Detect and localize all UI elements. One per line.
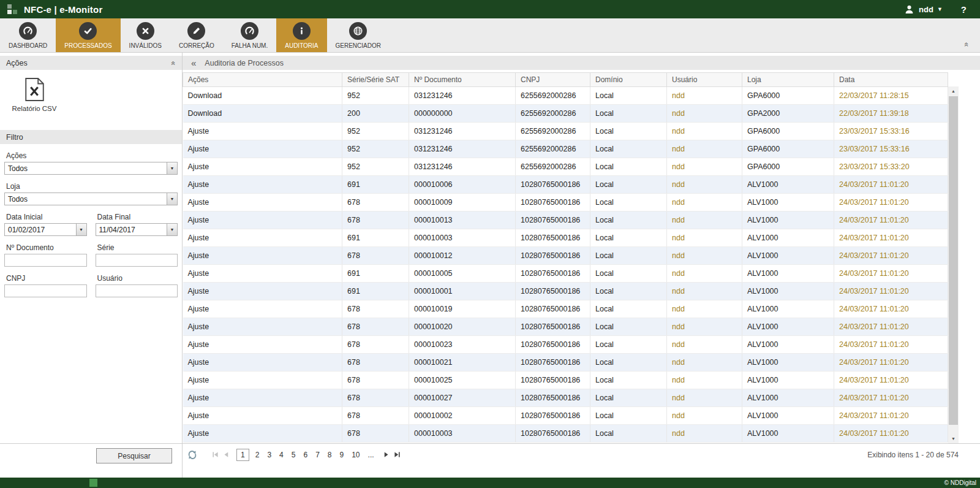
collapse-actions-icon[interactable]: «: [170, 61, 178, 65]
loja-select[interactable]: Todos ▼: [4, 193, 178, 205]
cell-dominio: Local: [590, 407, 667, 425]
collapse-ribbon-icon[interactable]: «: [963, 42, 971, 47]
cell-dominio: Local: [590, 140, 667, 158]
column-header-documento[interactable]: Nº Documento: [409, 73, 516, 87]
nav-item-label: INVÁLIDOS: [129, 42, 162, 49]
data-final-picker[interactable]: 11/04/2017 ▼: [96, 223, 178, 236]
loja-select-value: Todos: [5, 193, 167, 205]
column-header-data[interactable]: Data: [834, 73, 948, 87]
prev-page-icon[interactable]: [222, 451, 230, 459]
num-documento-input[interactable]: [4, 254, 87, 267]
cell-acoes: Ajuste: [183, 318, 342, 336]
table-row[interactable]: Ajuste67800001000910280765000186Localndd…: [183, 194, 948, 212]
page-number-1[interactable]: 1: [236, 449, 249, 461]
user-icon: [904, 4, 919, 15]
page-number-3[interactable]: 3: [265, 450, 273, 460]
report-csv-button[interactable]: Relatório CSV: [0, 70, 59, 116]
cnpj-input[interactable]: [4, 284, 87, 297]
column-header-acoes[interactable]: Ações: [183, 73, 342, 87]
next-page-icon[interactable]: [382, 451, 391, 459]
user-menu[interactable]: ndd: [919, 5, 933, 14]
page-number-9[interactable]: 9: [338, 450, 346, 460]
cell-cnpj: 10280765000186: [516, 318, 590, 336]
cell-data: 24/03/2017 11:01:20: [834, 212, 948, 229]
table-row[interactable]: Ajuste69100001000310280765000186Localndd…: [183, 229, 948, 247]
usuario-input[interactable]: [96, 284, 178, 297]
search-button[interactable]: Pesquisar: [96, 448, 172, 463]
cell-data: 24/03/2017 11:01:20: [834, 354, 948, 372]
cell-dominio: Local: [590, 194, 667, 212]
vertical-scrollbar[interactable]: ▲ ▼: [948, 86, 959, 443]
table-row[interactable]: Ajuste67800001002110280765000186Localndd…: [183, 354, 948, 372]
main-nav: DASHBOARDPROCESSADOSINVÁLIDOSCORREÇÃOFAL…: [0, 18, 980, 53]
cell-acoes: Ajuste: [183, 389, 342, 407]
table-wrap: AçõesSérie/Série SATNº DocumentoCNPJDomí…: [183, 72, 948, 443]
back-chevron-icon[interactable]: «: [191, 58, 196, 67]
acoes-filter-label: Ações: [6, 151, 176, 160]
column-header-serie[interactable]: Série/Série SAT: [342, 73, 409, 87]
serie-input[interactable]: [96, 254, 178, 267]
page-number-4[interactable]: 4: [277, 450, 285, 460]
nav-item-correcao[interactable]: CORREÇÃO: [170, 18, 223, 52]
cell-loja: GPA6000: [742, 123, 834, 140]
cell-documento: 000010023: [409, 336, 516, 354]
page-number-7[interactable]: 7: [314, 450, 322, 460]
help-button[interactable]: ?: [961, 4, 967, 15]
table-row[interactable]: Ajuste9520312312466255692000286LocalnddG…: [183, 123, 948, 140]
cell-documento: 000010021: [409, 354, 516, 372]
cell-dominio: Local: [590, 318, 667, 336]
table-row[interactable]: Download9520312312466255692000286Localnd…: [183, 87, 948, 105]
nav-item-auditoria[interactable]: AUDITORIA: [276, 18, 326, 52]
cell-cnpj: 10280765000186: [516, 354, 590, 372]
table-row[interactable]: Ajuste67800001002510280765000186Localndd…: [183, 372, 948, 389]
table-row[interactable]: Ajuste67800001000210280765000186Localndd…: [183, 407, 948, 425]
cell-cnpj: 10280765000186: [516, 336, 590, 354]
page-number-6[interactable]: 6: [301, 450, 309, 460]
cell-usuario: ndd: [667, 229, 742, 247]
cell-documento: 000010025: [409, 372, 516, 389]
sidebar: Ações « Relatório CSV Filtro Ações: [0, 53, 183, 478]
column-header-cnpj[interactable]: CNPJ: [516, 73, 590, 87]
scrollbar-thumb[interactable]: [949, 96, 958, 425]
cell-data: 23/03/2017 15:33:20: [834, 158, 948, 176]
table-row[interactable]: Ajuste67800001002710280765000186Localndd…: [183, 389, 948, 407]
acoes-select[interactable]: Todos ▼: [4, 162, 178, 175]
nav-item-falha-num[interactable]: FALHA NUM.: [223, 18, 276, 52]
scroll-down-icon[interactable]: ▼: [948, 434, 959, 443]
table-row[interactable]: Ajuste67800001002010280765000186Localndd…: [183, 318, 948, 336]
cell-serie: 952: [342, 123, 409, 140]
column-header-usuario[interactable]: Usuário: [667, 73, 742, 87]
cell-acoes: Ajuste: [183, 140, 342, 158]
table-row[interactable]: Ajuste67800001001310280765000186Localndd…: [183, 212, 948, 229]
nav-item-invalidos[interactable]: INVÁLIDOS: [121, 18, 170, 52]
first-page-icon[interactable]: [211, 451, 219, 459]
column-header-loja[interactable]: Loja: [742, 73, 834, 87]
table-row[interactable]: Ajuste69100001000110280765000186Localndd…: [183, 283, 948, 300]
nav-item-processados[interactable]: PROCESSADOS: [56, 18, 120, 52]
table-row[interactable]: Ajuste67800001001910280765000186Localndd…: [183, 300, 948, 318]
nav-item-gerenciador[interactable]: GERENCIADOR: [327, 18, 390, 52]
table-header-row: AçõesSérie/Série SATNº DocumentoCNPJDomí…: [183, 73, 948, 87]
table-row[interactable]: Ajuste67800001002310280765000186Localndd…: [183, 336, 948, 354]
scroll-up-icon[interactable]: ▲: [948, 86, 959, 96]
table-row[interactable]: Ajuste67800001000310280765000186Localndd…: [183, 425, 948, 443]
refresh-icon[interactable]: [187, 450, 197, 460]
data-inicial-picker[interactable]: 01/02/2017 ▼: [4, 223, 87, 236]
last-page-icon[interactable]: [393, 451, 402, 459]
cell-acoes: Ajuste: [183, 354, 342, 372]
page-number-5[interactable]: 5: [290, 450, 298, 460]
page-number-8[interactable]: 8: [326, 450, 334, 460]
cell-serie: 952: [342, 158, 409, 176]
table-row[interactable]: Download2000000000006255692000286Localnd…: [183, 105, 948, 123]
page-number-10[interactable]: 10: [350, 450, 361, 460]
page-number-2[interactable]: 2: [254, 450, 262, 460]
table-row[interactable]: Ajuste9520312312466255692000286LocalnddG…: [183, 158, 948, 176]
table-row[interactable]: Ajuste69100001000610280765000186Localndd…: [183, 176, 948, 194]
table-row[interactable]: Ajuste67800001001210280765000186Localndd…: [183, 247, 948, 265]
table-row[interactable]: Ajuste9520312312466255692000286LocalnddG…: [183, 140, 948, 158]
column-header-dominio[interactable]: Domínio: [590, 73, 667, 87]
table-row[interactable]: Ajuste69100001000510280765000186Localndd…: [183, 265, 948, 283]
user-caret-icon[interactable]: ▼: [937, 6, 943, 12]
cell-acoes: Ajuste: [183, 425, 342, 443]
nav-item-dashboard[interactable]: DASHBOARD: [0, 18, 56, 52]
